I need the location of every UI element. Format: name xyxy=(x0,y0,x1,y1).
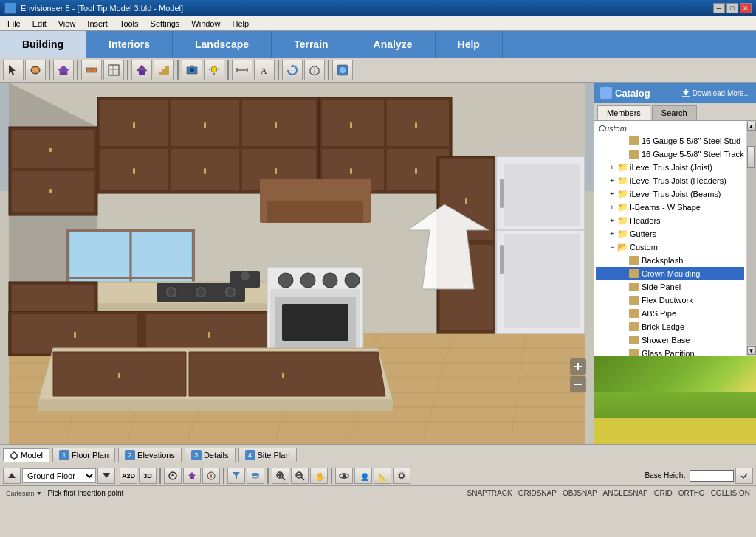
wall-tool[interactable] xyxy=(81,60,102,80)
tab-model[interactable]: Model xyxy=(3,448,49,462)
2d-view-btn[interactable]: A2D xyxy=(120,468,137,484)
zoom-in-bottom-btn[interactable] xyxy=(272,468,289,484)
item-label: ABS Pipe xyxy=(642,309,676,318)
floor-down-btn[interactable] xyxy=(97,468,115,484)
expand-icon xyxy=(619,256,628,265)
tree-item-custom-folder[interactable]: − 📂 Custom xyxy=(596,240,744,254)
home-icon xyxy=(187,471,197,481)
tab-terrain[interactable]: Terrain xyxy=(272,31,351,58)
tab-landscape[interactable]: Landscape xyxy=(173,31,272,58)
scroll-track[interactable] xyxy=(747,131,756,345)
dimension-tool[interactable] xyxy=(232,60,252,80)
base-height-input[interactable] xyxy=(690,470,734,482)
menu-view[interactable]: View xyxy=(52,18,82,30)
3d-view-btn[interactable]: 3D xyxy=(139,468,157,484)
restore-button[interactable]: □ xyxy=(726,3,738,13)
orbit-btn[interactable] xyxy=(335,468,353,484)
text-tool[interactable]: A xyxy=(254,60,275,80)
tab-details[interactable]: 3 Details xyxy=(185,448,236,462)
base-height-confirm-btn[interactable] xyxy=(735,468,753,484)
tree-item-backsplash[interactable]: Backsplash xyxy=(596,254,744,267)
viewport[interactable]: 3D xyxy=(0,83,594,444)
menu-settings[interactable]: Settings xyxy=(145,18,186,30)
catalog-icon xyxy=(600,87,612,99)
scrollbar-vertical[interactable]: ▲ ▼ xyxy=(746,121,756,356)
tree-item-gutters[interactable]: + 📁 Gutters xyxy=(596,227,744,240)
menu-help[interactable]: Help xyxy=(226,18,255,30)
tab-interiors[interactable]: Interiors xyxy=(86,31,173,58)
floor-selector[interactable]: Ground Floor First Floor Second Floor Ba… xyxy=(22,468,96,483)
tree-item-joist-beams[interactable]: + 📁 iLevel Trus Joist (Beams) xyxy=(596,187,744,201)
light-tool[interactable] xyxy=(204,60,224,80)
tree-item-headers[interactable]: + 📁 Headers xyxy=(596,214,744,227)
expand-icon: + xyxy=(608,163,616,172)
tree-item-joist-headers[interactable]: + 📁 iLevel Trus Joist (Headers) xyxy=(596,174,744,187)
tab-floor-plan[interactable]: 1 Floor Plan xyxy=(52,448,115,462)
zoom-in-btn[interactable] xyxy=(570,358,586,375)
floor-up-btn[interactable] xyxy=(3,468,21,484)
menu-edit[interactable]: Edit xyxy=(27,18,52,30)
tab-building[interactable]: Building xyxy=(0,31,86,58)
tab-elevations[interactable]: 2 Elevations xyxy=(118,448,182,462)
menu-file[interactable]: File xyxy=(1,18,27,30)
tree-item-i-beams[interactable]: + 📁 I-Beams - W Shape xyxy=(596,201,744,214)
layer-btn[interactable] xyxy=(247,468,264,484)
svg-rect-13 xyxy=(165,66,169,75)
tree-item-crown-moulding[interactable]: Crown Moulding xyxy=(596,267,744,280)
gridsnap-indicator: GRIDSNAP xyxy=(518,489,557,497)
tree-item-brick-ledge[interactable]: Brick Ledge xyxy=(596,320,744,333)
tree-view[interactable]: Custom 16 Gauge 5-5/8" Steel Stud 16 Gau… xyxy=(594,121,746,356)
tab-analyze[interactable]: Analyze xyxy=(351,31,436,58)
tab-help[interactable]: Help xyxy=(436,31,503,58)
camera-tool[interactable] xyxy=(182,60,202,80)
filter-btn[interactable] xyxy=(227,468,245,484)
tree-item-glass-partition[interactable]: Glass Partition xyxy=(596,347,744,356)
render-tool[interactable] xyxy=(332,60,353,80)
stair-tool[interactable] xyxy=(154,60,174,80)
tree-item-steel-track[interactable]: 16 Gauge 5-5/8" Steel Track xyxy=(596,148,744,161)
minimize-button[interactable]: ─ xyxy=(713,3,725,13)
grid-tool[interactable] xyxy=(103,60,124,80)
scroll-up-arrow[interactable]: ▲ xyxy=(747,122,756,131)
pan-btn[interactable]: ✋ xyxy=(310,468,328,484)
tree-item-flex-ductwork[interactable]: Flex Ductwork xyxy=(596,294,744,307)
download-icon xyxy=(681,89,690,97)
rotate-view[interactable] xyxy=(282,60,303,80)
zoom-out-btn[interactable] xyxy=(570,376,586,392)
paint-tool[interactable] xyxy=(25,60,46,80)
scroll-down-arrow[interactable]: ▼ xyxy=(747,346,756,355)
svg-rect-61 xyxy=(204,168,206,174)
select-tool[interactable] xyxy=(3,60,24,80)
roof-tool[interactable] xyxy=(131,60,152,80)
tab-members[interactable]: Members xyxy=(597,105,650,120)
tree-item-joist-joist[interactable]: + 📁 iLevel Trus Joist (Joist) xyxy=(596,161,744,174)
scroll-thumb[interactable] xyxy=(747,146,755,168)
view3d-tool[interactable] xyxy=(304,60,325,80)
tab-site-plan[interactable]: 4 Site Plan xyxy=(238,448,297,462)
menu-window[interactable]: Window xyxy=(185,18,226,30)
status-indicators: SNAPTRACK GRIDSNAP OBJSNAP ANGLESNAP GRI… xyxy=(467,489,750,497)
tree-item-shower-base[interactable]: Shower Base xyxy=(596,333,744,347)
tree-item-side-panel[interactable]: Side Panel xyxy=(596,280,744,294)
tab-elevations-label: Elevations xyxy=(137,451,175,460)
tab-search[interactable]: Search xyxy=(652,105,697,120)
item-icon xyxy=(628,321,640,333)
compass-btn[interactable] xyxy=(202,468,220,484)
home-view-btn[interactable] xyxy=(183,468,201,484)
separator-4 xyxy=(331,468,332,484)
tree-item-steel-stud[interactable]: 16 Gauge 5-5/8" Steel Stud xyxy=(596,134,744,148)
zoom-out-bottom-btn[interactable] xyxy=(291,468,309,484)
close-button[interactable]: ✕ xyxy=(740,3,752,13)
menu-tools[interactable]: Tools xyxy=(114,18,145,30)
walk-btn[interactable]: 👤 xyxy=(354,468,372,484)
tree-item-abs-pipe[interactable]: ABS Pipe xyxy=(596,307,744,320)
download-more-button[interactable]: Download More... xyxy=(681,89,750,97)
settings-view-btn[interactable] xyxy=(393,468,410,484)
svg-marker-136 xyxy=(8,473,16,478)
expand-icon xyxy=(619,322,628,331)
sync-btn[interactable] xyxy=(164,468,182,484)
menu-insert[interactable]: Insert xyxy=(81,18,114,30)
separator-2 xyxy=(77,60,78,80)
measure-btn[interactable]: 📐 xyxy=(374,468,391,484)
home-tool[interactable] xyxy=(53,60,74,80)
